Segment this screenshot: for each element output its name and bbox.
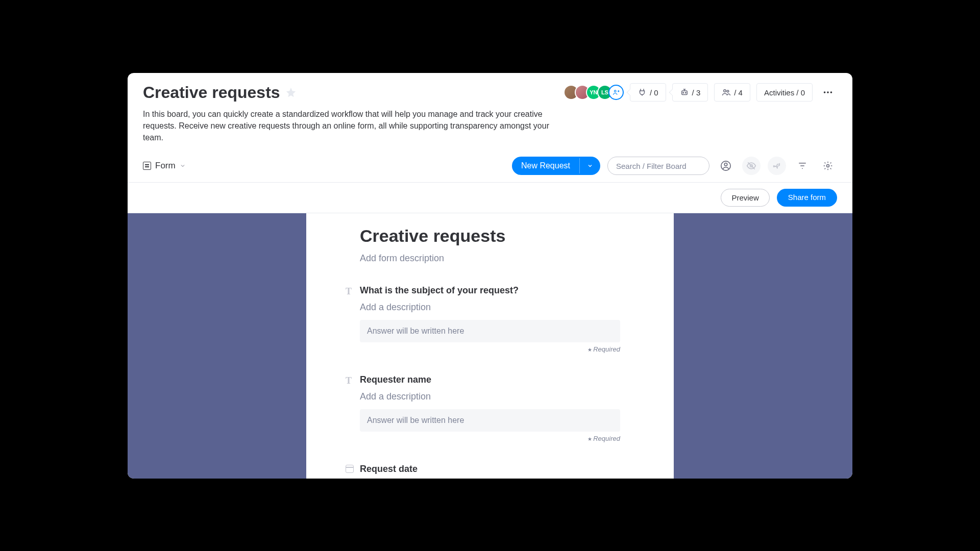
automations-count: / 3 <box>692 88 701 97</box>
form-description-placeholder[interactable]: Add form description <box>360 253 620 264</box>
title-right: YN LS / 0 / 3 / 4 Activities / 0 <box>568 83 837 102</box>
new-request-dropdown[interactable] <box>579 158 600 173</box>
title-left: Creative requests <box>143 83 297 102</box>
answer-placeholder: Answer will be written here <box>360 409 620 432</box>
members-chip[interactable]: / 4 <box>714 83 750 102</box>
question-description-placeholder[interactable]: Add a description <box>360 391 620 402</box>
required-label: Required <box>360 345 620 353</box>
plug-icon <box>638 88 647 97</box>
form-canvas: Creative requests Add form description T… <box>128 213 852 478</box>
form-card: Creative requests Add form description T… <box>306 213 674 478</box>
preview-button[interactable]: Preview <box>721 189 769 207</box>
activities-label: Activities / 0 <box>764 88 805 97</box>
form-question[interactable]: T What is the subject of your request? A… <box>360 285 620 353</box>
svg-point-12 <box>827 165 829 167</box>
form-title[interactable]: Creative requests <box>360 226 620 246</box>
svg-point-8 <box>830 91 832 93</box>
question-title[interactable]: Requester name <box>360 374 620 385</box>
form-icon <box>143 162 151 170</box>
board-description[interactable]: In this board, you can quickly create a … <box>143 108 567 144</box>
svg-point-2 <box>683 92 684 93</box>
integrations-count: / 0 <box>650 88 658 97</box>
new-request-button[interactable]: New Request <box>512 157 600 175</box>
view-selector[interactable]: Form <box>143 161 186 171</box>
board-header: Creative requests YN LS / 0 / 3 <box>128 73 852 144</box>
form-subbar: Preview Share form <box>128 183 852 213</box>
svg-point-4 <box>724 90 726 92</box>
svg-point-10 <box>724 163 727 166</box>
members-count: / 4 <box>734 88 743 97</box>
form-question[interactable]: T Requester name Add a description Answe… <box>360 374 620 442</box>
text-type-icon: T <box>346 286 352 297</box>
date-type-icon <box>346 465 354 475</box>
question-title[interactable]: Request date <box>360 464 620 474</box>
person-icon <box>720 160 731 171</box>
new-request-label: New Request <box>512 157 579 175</box>
board-toolbar: Form New Request <box>128 149 852 183</box>
text-type-icon: T <box>346 375 352 386</box>
view-label: Form <box>155 161 176 171</box>
question-description-placeholder[interactable]: Add a description <box>360 302 620 313</box>
svg-point-3 <box>685 92 686 93</box>
title-row: Creative requests YN LS / 0 / 3 <box>143 83 837 102</box>
pin-icon <box>772 161 781 170</box>
automations-chip[interactable]: / 3 <box>672 83 708 102</box>
question-title[interactable]: What is the subject of your request? <box>360 285 620 296</box>
svg-point-6 <box>824 91 826 93</box>
robot-icon <box>680 88 689 97</box>
integrations-chip[interactable]: / 0 <box>630 83 666 102</box>
search-input[interactable] <box>607 157 709 175</box>
activities-chip[interactable]: Activities / 0 <box>756 83 813 102</box>
chevron-down-icon <box>180 163 186 169</box>
form-question[interactable]: Request date Add a description MMM DD YY… <box>360 464 620 478</box>
dots-icon <box>822 87 834 98</box>
svg-point-0 <box>614 90 616 92</box>
invite-avatar[interactable] <box>608 85 624 100</box>
hide-button[interactable] <box>742 157 761 175</box>
board-avatars[interactable]: YN LS <box>568 85 624 100</box>
people-icon <box>722 88 731 97</box>
answer-placeholder: Answer will be written here <box>360 320 620 342</box>
filter-button[interactable] <box>793 157 812 175</box>
app-window: Creative requests YN LS / 0 / 3 <box>128 73 852 479</box>
toolbar-right: New Request <box>512 157 837 175</box>
more-menu-button[interactable] <box>819 83 837 102</box>
person-filter-button[interactable] <box>717 157 735 175</box>
favorite-star-icon[interactable] <box>285 87 297 98</box>
settings-button[interactable] <box>819 157 837 175</box>
required-label: Required <box>360 435 620 442</box>
gear-icon <box>823 161 833 171</box>
board-title[interactable]: Creative requests <box>143 83 280 102</box>
eye-off-icon <box>746 161 756 171</box>
svg-point-7 <box>827 91 829 93</box>
share-form-button[interactable]: Share form <box>777 189 837 207</box>
filter-icon <box>798 161 807 170</box>
svg-point-5 <box>727 90 729 92</box>
chevron-down-icon <box>587 163 593 169</box>
pin-button[interactable] <box>768 157 786 175</box>
